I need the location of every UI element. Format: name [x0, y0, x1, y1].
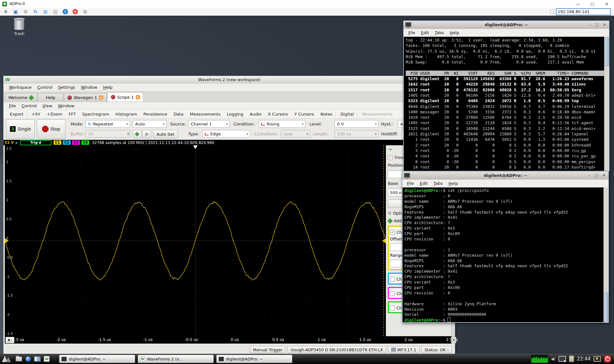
- maximize-icon[interactable]: □: [595, 23, 598, 27]
- vnc-option-checkbox[interactable]: [550, 10, 554, 14]
- toolbar-item-data[interactable]: Data: [170, 111, 187, 117]
- tab-wavegen[interactable]: Wavegen 1 x: [64, 93, 107, 102]
- toolbar-item-export[interactable]: Export: [7, 111, 27, 117]
- options-icon[interactable]: ❖: [2, 9, 10, 15]
- toolbar-item-logging[interactable]: Logging: [224, 111, 247, 117]
- axis-scroll-icon[interactable]: ▼: [451, 337, 456, 343]
- terminal-output[interactable]: digilent@ADPro:~$ cat /proc/cpuinfoproce…: [403, 187, 604, 322]
- status-badge[interactable]: Status: OK ▾: [421, 346, 452, 353]
- maximize-icon[interactable]: □: [595, 173, 598, 178]
- channel-checkbox[interactable]: [390, 291, 395, 296]
- file-transfer-icon[interactable]: ▤: [51, 9, 59, 15]
- taskbar-task[interactable]: digilent@ADPro: ~: [59, 355, 135, 363]
- channel-chip-c1[interactable]: C1: [53, 140, 62, 145]
- menu-item-control[interactable]: Control: [19, 103, 40, 109]
- scope-plot[interactable]: 2.521.510.50-0.5-1-1.5-2-2.5: [5, 145, 386, 336]
- tab-scope[interactable]: Scope 1 x: [107, 92, 143, 102]
- toolbar-item-digital[interactable]: Digital: [337, 111, 357, 117]
- terminal-scrollbar[interactable]: [603, 187, 608, 322]
- trigger-mode-select[interactable]: Auto▾: [133, 120, 166, 128]
- channel-chip-c4[interactable]: C4: [81, 140, 89, 145]
- toolbar-item-y-cursors[interactable]: Y Cursors: [291, 111, 317, 117]
- source-select[interactable]: Channel 1▾: [188, 120, 230, 128]
- channel-chip-c3[interactable]: C3: [72, 140, 80, 145]
- channel-checkbox[interactable]: [390, 277, 395, 282]
- waveforms-launcher-icon[interactable]: W: [43, 355, 50, 362]
- vnc-address-input[interactable]: 192.168.80.141: [556, 8, 611, 15]
- x-axis-button[interactable]: X ▾: [5, 337, 14, 343]
- power-button[interactable]: [604, 355, 611, 363]
- web-browser-icon[interactable]: [25, 355, 32, 362]
- time-checkbox[interactable]: ✓: [388, 155, 393, 160]
- mode-select[interactable]: ↻ Repeated▾: [85, 120, 130, 128]
- toolbar-item-+zoom[interactable]: +Zoom: [43, 111, 65, 117]
- toolbar-item-notes[interactable]: Notes: [317, 111, 336, 117]
- menu-item-tabs[interactable]: Tabs: [431, 180, 446, 186]
- menu-item-tabs[interactable]: Tabs: [432, 30, 447, 36]
- taskbar-clock[interactable]: 22:44: [577, 356, 591, 362]
- send-windows-key-icon[interactable]: ⊞: [42, 9, 49, 15]
- add-channel-icon[interactable]: [388, 219, 392, 223]
- stop-button[interactable]: Stop: [37, 119, 65, 139]
- level-select[interactable]: 0 V▾: [334, 120, 379, 128]
- waveforms-titlebar[interactable]: W WaveForms 2 (new workspace): [4, 76, 455, 83]
- minimize-icon[interactable]: –: [589, 23, 591, 27]
- minimize-icon[interactable]: –: [588, 173, 590, 178]
- channel-checkbox[interactable]: ✓: [390, 230, 395, 235]
- toolbar-item-audio[interactable]: Audio: [247, 111, 265, 117]
- screenshot-icon[interactable]: ⧉: [81, 9, 89, 15]
- terminal-scrollbar[interactable]: [604, 37, 609, 171]
- toolbar-item-histogram[interactable]: Histogram: [112, 111, 140, 117]
- add-buffer-button[interactable]: [133, 130, 142, 138]
- menu-item-edit[interactable]: Edit: [418, 30, 432, 36]
- buffer-gear-button[interactable]: ⚙: [142, 130, 151, 138]
- terminal-titlebar[interactable]: digilent@ADPro: ~ – □ ✕: [402, 171, 609, 179]
- info-icon[interactable]: i: [61, 9, 69, 15]
- toolbar-item-measurements[interactable]: Measurements: [187, 111, 224, 117]
- tab-welcome[interactable]: Welcome: [5, 93, 37, 102]
- add-instrument-icon[interactable]: [29, 95, 34, 100]
- close-tab-icon[interactable]: x: [136, 95, 140, 99]
- toolbar-item-x-cursors[interactable]: X Cursors: [265, 111, 291, 117]
- cpu-monitor-icon[interactable]: [531, 355, 548, 363]
- menu-item-file[interactable]: File: [6, 103, 19, 109]
- toolbar-item-fft[interactable]: FFT: [65, 111, 79, 117]
- menu-item-workspace[interactable]: Workspace: [6, 84, 35, 90]
- auto-set-button[interactable]: Auto Set: [153, 130, 178, 138]
- menu-item-window[interactable]: Window: [55, 103, 77, 109]
- refresh-icon[interactable]: ↻: [32, 9, 39, 15]
- menu-item-control[interactable]: Control: [35, 84, 55, 90]
- toolbar-item-persistence[interactable]: Persistence: [140, 111, 170, 117]
- tab-help[interactable]: Help: [38, 93, 63, 102]
- taskbar-task[interactable]: digilent@ADPro: ~: [216, 355, 292, 363]
- device-badge[interactable]: Gough-ADP3450 D SN:210018B31D76 ETH:LX: [288, 346, 386, 353]
- taskbar-task[interactable]: WWaveForms 2 (n...: [138, 355, 214, 363]
- panel-arrow-icon[interactable]: →: [388, 147, 392, 152]
- menu-item-help[interactable]: Help: [447, 30, 462, 36]
- app-menu-icon[interactable]: [1, 355, 13, 363]
- condition-select[interactable]: Rising▾: [259, 120, 305, 128]
- menu-item-file[interactable]: File: [405, 30, 418, 36]
- file-manager-icon[interactable]: [15, 355, 22, 362]
- menu-item-window[interactable]: Window: [78, 84, 100, 90]
- trash-icon[interactable]: Trash: [10, 19, 29, 36]
- disconnect-icon[interactable]: ×: [71, 9, 79, 15]
- remote-display-icon[interactable]: [558, 356, 566, 362]
- toolbar-item-+xy[interactable]: +XY: [28, 111, 44, 117]
- volume-icon[interactable]: ◀): [551, 357, 556, 361]
- pager-icon[interactable]: [34, 355, 41, 362]
- screen-lock-icon[interactable]: [594, 356, 601, 362]
- menu-item-help[interactable]: Help: [100, 84, 116, 90]
- minimize-icon[interactable]: —: [571, 0, 585, 8]
- terminal-titlebar[interactable]: digilent@ADPro: ~ – □ ✕: [403, 21, 609, 29]
- version-badge[interactable]: WF3.17.1: [388, 346, 419, 353]
- close-icon[interactable]: ✕: [600, 0, 614, 8]
- close-icon[interactable]: ✕: [603, 23, 606, 27]
- gear-icon[interactable]: ⚙: [22, 9, 29, 15]
- channel-chip-c2[interactable]: C2: [63, 140, 71, 145]
- menu-item-edit[interactable]: Edit: [417, 180, 431, 186]
- terminal-output[interactable]: top - 22:44:10 up 3:51, 1 user, load ave…: [404, 37, 604, 171]
- close-icon[interactable]: ✕: [602, 173, 605, 178]
- menu-item-help[interactable]: Help: [446, 180, 461, 186]
- close-tab-icon[interactable]: x: [99, 95, 103, 100]
